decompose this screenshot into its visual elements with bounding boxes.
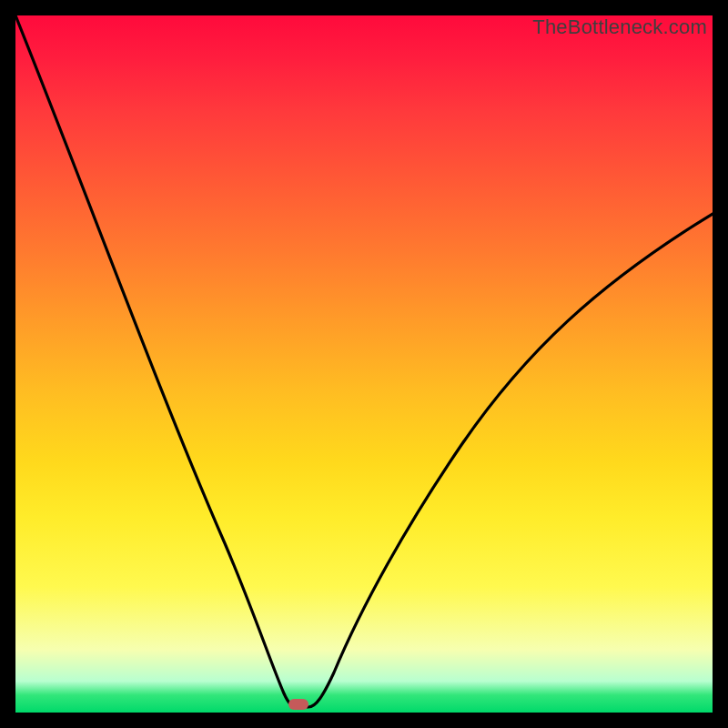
optimum-marker [288,699,308,710]
bottleneck-curve [15,15,713,713]
watermark-text: TheBottleneck.com [532,15,707,39]
curve-path [15,15,713,707]
chart-plot-area: TheBottleneck.com [15,15,713,713]
